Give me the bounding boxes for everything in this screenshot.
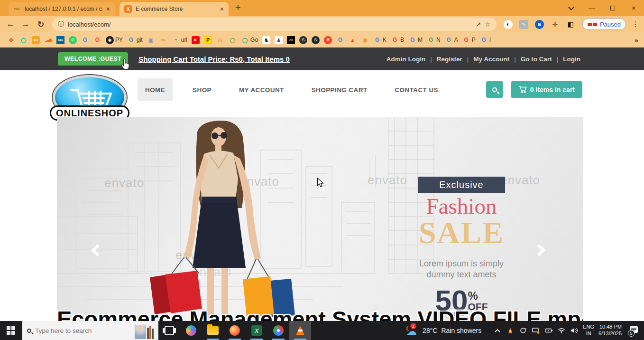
bookmark-item[interactable]: S	[310, 34, 321, 46]
file-explorer-button[interactable]	[202, 321, 224, 340]
cart-summary-link[interactable]: Shopping Cart Total Price: Rs0, Total It…	[138, 55, 290, 63]
bookmark-item[interactable]: IEEE	[55, 34, 66, 46]
google-icon: G	[373, 36, 381, 44]
reload-icon[interactable]: ↻	[34, 18, 47, 31]
bookmark-item[interactable]: ♞	[261, 34, 272, 46]
nav-home[interactable]: HOME	[138, 78, 173, 101]
vlc-tray-icon[interactable]	[506, 326, 515, 335]
bookmark-item[interactable]: GM	[407, 34, 424, 46]
tab-search-icon[interactable]	[561, 0, 581, 16]
chrome-button[interactable]	[267, 321, 289, 340]
volume-icon[interactable]	[570, 326, 579, 335]
battery-icon[interactable]	[544, 326, 553, 335]
nav-shopping-cart[interactable]: SHOPPING CART	[304, 78, 375, 101]
bookmark-item[interactable]: ✆	[67, 34, 78, 46]
forward-icon[interactable]: →	[19, 18, 32, 31]
tab-close-icon[interactable]: ×	[106, 5, 110, 13]
cart-button[interactable]: 0 items in cart	[511, 81, 582, 98]
bookmark-item[interactable]: GP	[461, 34, 477, 46]
bookmark-item[interactable]: S	[298, 34, 309, 46]
bookmark-item[interactable]: GN	[425, 34, 442, 46]
adblock-icon[interactable]: a	[535, 20, 544, 29]
go-to-cart-link[interactable]: Go to Cart	[521, 56, 552, 63]
site-info-icon[interactable]: ⓘ	[58, 20, 64, 28]
bookmarks-bar: ❖ ◯ Gi ▂▄▆ IEEE ✆ G G ◉PY Ggit ▣ PMA ◔ur…	[0, 32, 644, 47]
back-icon[interactable]: ←	[4, 18, 17, 31]
extensions-puzzle-icon[interactable]: ✛	[551, 20, 560, 29]
bookmark-item[interactable]: Gi	[30, 34, 41, 46]
bookmark-item[interactable]: G	[92, 34, 103, 46]
bookmarks-overflow-icon[interactable]: »	[635, 36, 638, 44]
bookmark-item[interactable]: ⊙	[215, 34, 226, 46]
address-bar[interactable]: ⓘ localhost/ecom/ ↗ ☆	[52, 18, 497, 31]
bookmark-item[interactable]: ▲	[347, 34, 358, 46]
firefox-button[interactable]	[224, 321, 246, 340]
sync-circle-icon[interactable]	[519, 326, 527, 335]
bookmark-item[interactable]: G	[80, 34, 91, 46]
taskbar-search-box[interactable]	[22, 321, 158, 340]
recorder-icon: ⊙	[216, 36, 224, 44]
bookmark-item[interactable]: ▣	[146, 34, 156, 46]
weather-widget[interactable]: ☾☁ 1 28°C Rain showers	[405, 324, 481, 337]
bookmark-item[interactable]: GA	[443, 34, 460, 46]
bookmark-item[interactable]: G	[335, 34, 346, 46]
login-link[interactable]: Login	[563, 56, 580, 63]
bookmark-item[interactable]: Ggit	[126, 34, 144, 46]
task-view-button[interactable]	[158, 321, 180, 340]
bookmark-item[interactable]: ♟	[273, 34, 284, 46]
bookmark-item[interactable]: P	[202, 34, 213, 46]
browser-menu-icon[interactable]: ⋮	[631, 20, 640, 28]
wifi-icon[interactable]	[557, 326, 566, 335]
bookmark-item[interactable]: GI	[478, 34, 492, 46]
excel-button[interactable]: X	[246, 321, 267, 340]
tab-phpmyadmin[interactable]: PMA localhost / 127.0.0.1 / ecom / cus ×	[9, 2, 115, 16]
slider-next-button[interactable]	[535, 246, 549, 260]
bookmark-item[interactable]: cl	[285, 34, 296, 46]
bookmark-item[interactable]: GB	[389, 34, 405, 46]
bookmark-star-icon[interactable]: ☆	[485, 20, 491, 28]
bookmark-item[interactable]: ▂▄▆	[43, 34, 54, 46]
tab-close-icon[interactable]: ×	[220, 5, 224, 13]
minimize-button[interactable]: —	[581, 0, 602, 16]
reader-mode-icon[interactable]: ◧	[566, 20, 575, 29]
nav-contact-us[interactable]: CONTACT US	[387, 78, 446, 101]
bookmark-item[interactable]: ◯	[227, 34, 238, 46]
bookmark-item[interactable]: ◔url	[170, 34, 189, 46]
nav-shop[interactable]: SHOP	[185, 78, 219, 101]
my-account-link[interactable]: My Account	[473, 56, 509, 63]
bookmark-item[interactable]: GK	[372, 34, 388, 46]
taskbar-search-input[interactable]	[35, 327, 131, 334]
notification-center-icon[interactable]: 5	[628, 325, 640, 336]
sync-paused-button[interactable]: Paused	[582, 19, 626, 30]
start-button[interactable]	[0, 321, 22, 340]
bookmark-item[interactable]: ◯Go	[239, 34, 259, 46]
bookmark-item[interactable]: Я	[322, 34, 333, 46]
slider-prev-button[interactable]	[93, 246, 107, 260]
vlc-button[interactable]	[289, 321, 311, 340]
bookmark-item[interactable]: ◉	[359, 34, 370, 46]
notification-count-badge: 5	[628, 330, 635, 337]
admin-login-link[interactable]: Admin Login	[386, 56, 425, 63]
bookmark-item[interactable]: ▶	[190, 34, 201, 46]
bookmark-item[interactable]: ◉PY	[104, 34, 124, 46]
restore-button[interactable]	[602, 0, 623, 16]
register-link[interactable]: Register	[437, 56, 462, 63]
tab-ecommerce-store[interactable]: X E commerce Store ×	[120, 2, 229, 16]
share-icon[interactable]: ↗	[476, 20, 481, 28]
bookmark-item[interactable]: ❖	[6, 34, 17, 46]
clock[interactable]: 10:48 PM 6/13/2025	[598, 324, 622, 337]
panda-icon[interactable]: ◐	[504, 20, 513, 29]
bookmark-item[interactable]: PMA	[158, 34, 169, 46]
nav-my-account[interactable]: MY ACCOUNT	[231, 78, 292, 101]
close-button[interactable]: ×	[623, 0, 644, 16]
bookmark-item[interactable]: ◯	[18, 34, 29, 46]
selector-icon[interactable]: ↖	[519, 20, 528, 29]
search-button[interactable]	[486, 81, 503, 98]
language-indicator[interactable]: ENG IN	[583, 324, 594, 337]
url-text[interactable]: localhost/ecom/	[68, 21, 472, 28]
chevron-up-icon[interactable]	[493, 326, 502, 335]
header-actions: 0 items in cart	[486, 81, 582, 98]
new-tab-button[interactable]: +	[235, 2, 241, 13]
cast-icon[interactable]	[532, 326, 540, 335]
copilot-button[interactable]	[180, 321, 202, 340]
